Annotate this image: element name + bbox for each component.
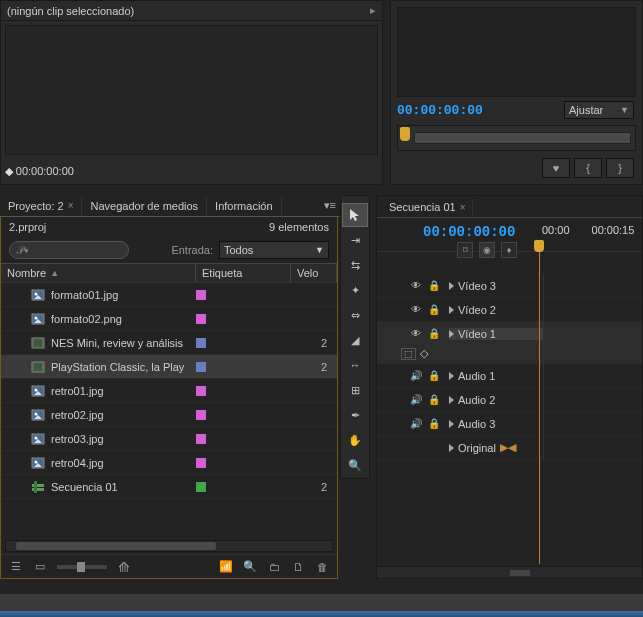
- scrub-bar[interactable]: [414, 132, 631, 144]
- marker-icon[interactable]: ♦: [501, 242, 517, 258]
- pen-tool[interactable]: ✒: [342, 403, 368, 427]
- expand-icon[interactable]: [449, 444, 454, 452]
- timeline-resize-bar[interactable]: [377, 566, 642, 578]
- eye-icon[interactable]: 👁: [409, 279, 423, 293]
- video-track[interactable]: 👁🔒Vídeo 2: [377, 298, 642, 322]
- rate-stretch-tool[interactable]: ⇔: [342, 303, 368, 327]
- automate-icon[interactable]: 📶: [215, 558, 237, 576]
- lock-icon[interactable]: 🔒: [427, 393, 441, 407]
- svg-rect-8: [32, 362, 34, 372]
- column-velocity[interactable]: Velo: [291, 264, 337, 282]
- slide-tool[interactable]: ⊞: [342, 378, 368, 402]
- program-monitor[interactable]: [397, 7, 636, 97]
- source-monitor[interactable]: [5, 25, 378, 155]
- project-row[interactable]: retro04.jpg: [1, 451, 337, 475]
- expand-icon[interactable]: [449, 306, 454, 314]
- program-ruler[interactable]: [397, 125, 636, 151]
- tab-sequence[interactable]: Secuencia 01×: [383, 199, 473, 215]
- tab-info[interactable]: Información: [207, 197, 281, 215]
- eye-icon[interactable]: 👁: [409, 303, 423, 317]
- item-velocity: 2: [291, 337, 337, 349]
- panel-menu-icon[interactable]: ▾≡: [324, 199, 340, 212]
- project-row[interactable]: NES Mini, review y análisis2: [1, 331, 337, 355]
- ripple-edit-tool[interactable]: ⇆: [342, 253, 368, 277]
- audio-track[interactable]: 🔊🔒Audio 2: [377, 388, 642, 412]
- marker-button[interactable]: ♥: [542, 158, 570, 178]
- speaker-icon[interactable]: 🔊: [409, 369, 423, 383]
- source-timecode: ◆ 00:00:00:00: [5, 165, 74, 178]
- lock-icon[interactable]: 🔒: [427, 369, 441, 383]
- close-icon[interactable]: ×: [68, 200, 74, 211]
- expand-icon[interactable]: [449, 282, 454, 290]
- lock-icon[interactable]: 🔒: [427, 417, 441, 431]
- selection-tool[interactable]: [342, 203, 368, 227]
- expand-icon[interactable]: [449, 396, 454, 404]
- razor-tool[interactable]: ◢: [342, 328, 368, 352]
- rolling-edit-tool[interactable]: ✦: [342, 278, 368, 302]
- expand-icon[interactable]: [449, 372, 454, 380]
- project-row[interactable]: retro01.jpg: [1, 379, 337, 403]
- program-timecode[interactable]: 00:00:00:00: [397, 103, 483, 118]
- hand-tool[interactable]: ✋: [342, 428, 368, 452]
- source-header: (ningún clip seleccionado) ▸: [1, 1, 382, 21]
- trash-icon[interactable]: 🗑: [311, 558, 333, 576]
- label-swatch: [196, 434, 206, 444]
- lock-icon[interactable]: 🔒: [427, 327, 441, 341]
- timeline-timecode[interactable]: 00:00:00:00: [423, 224, 515, 240]
- eye-icon[interactable]: 👁: [409, 327, 423, 341]
- list-view-icon[interactable]: ☰: [5, 558, 27, 576]
- video-track[interactable]: 👁🔒Vídeo 3: [377, 274, 642, 298]
- sort-icon[interactable]: ⟰: [113, 558, 135, 576]
- find-icon[interactable]: 🔍: [239, 558, 261, 576]
- project-row[interactable]: formato02.png: [1, 307, 337, 331]
- timeline-playhead[interactable]: [539, 240, 540, 564]
- zoom-fit-dropdown[interactable]: Ajustar▼: [564, 101, 634, 119]
- column-name[interactable]: Nombre ▲: [1, 264, 196, 282]
- speaker-icon[interactable]: 🔊: [409, 417, 423, 431]
- expand-icon[interactable]: [449, 420, 454, 428]
- track-select-tool[interactable]: ⇥: [342, 228, 368, 252]
- in-point-button[interactable]: {: [574, 158, 602, 178]
- master-track[interactable]: Original ▶◀: [377, 436, 642, 460]
- new-bin-icon[interactable]: 🗀: [263, 558, 285, 576]
- tab-project[interactable]: Proyecto: 2×: [0, 197, 82, 215]
- zoom-tool[interactable]: 🔍: [342, 453, 368, 477]
- source-title: (ningún clip seleccionado): [7, 5, 134, 17]
- item-name: formato01.jpg: [51, 289, 118, 301]
- snap-icon[interactable]: ⌑: [457, 242, 473, 258]
- fx-icon[interactable]: ⬚: [401, 348, 416, 360]
- project-row[interactable]: retro03.jpg: [1, 427, 337, 451]
- lock-icon[interactable]: 🔒: [427, 303, 441, 317]
- lock-icon[interactable]: 🔒: [427, 279, 441, 293]
- svg-rect-14: [32, 434, 44, 444]
- audio-track[interactable]: 🔊🔒Audio 1: [377, 364, 642, 388]
- item-name: retro01.jpg: [51, 385, 104, 397]
- filter-dropdown[interactable]: Todos▼: [219, 241, 329, 259]
- speaker-icon[interactable]: 🔊: [409, 393, 423, 407]
- audio-track[interactable]: 🔊🔒Audio 3: [377, 412, 642, 436]
- linked-selection-icon[interactable]: ◉: [479, 242, 495, 258]
- project-row[interactable]: retro02.jpg: [1, 403, 337, 427]
- out-point-button[interactable]: }: [606, 158, 634, 178]
- project-row[interactable]: PlayStation Classic, la Play2: [1, 355, 337, 379]
- h-scrollbar[interactable]: [5, 540, 333, 552]
- chevron-right-icon[interactable]: ▸: [370, 4, 376, 17]
- keyframe-icon[interactable]: ◇: [420, 347, 428, 360]
- project-row[interactable]: formato01.jpg: [1, 283, 337, 307]
- column-label[interactable]: Etiqueta: [196, 264, 291, 282]
- close-icon[interactable]: ×: [460, 202, 466, 213]
- search-input[interactable]: 𝒫▾: [9, 241, 129, 259]
- thumbnail-size-slider[interactable]: [57, 565, 107, 569]
- icon-view-icon[interactable]: ▭: [29, 558, 51, 576]
- playhead-icon[interactable]: [400, 127, 410, 141]
- project-row[interactable]: Secuencia 012: [1, 475, 337, 499]
- expand-icon[interactable]: [449, 330, 454, 338]
- video-track[interactable]: 👁🔒Vídeo 1⬚◇: [377, 322, 642, 364]
- slip-tool[interactable]: ↔: [342, 353, 368, 377]
- track-label: Audio 3: [458, 418, 495, 430]
- new-item-icon[interactable]: 🗋: [287, 558, 309, 576]
- project-filename: 2.prproj: [9, 221, 46, 233]
- svg-rect-0: [32, 290, 44, 300]
- tab-media-browser[interactable]: Navegador de medios: [82, 197, 207, 215]
- track-label: Vídeo 2: [458, 304, 496, 316]
